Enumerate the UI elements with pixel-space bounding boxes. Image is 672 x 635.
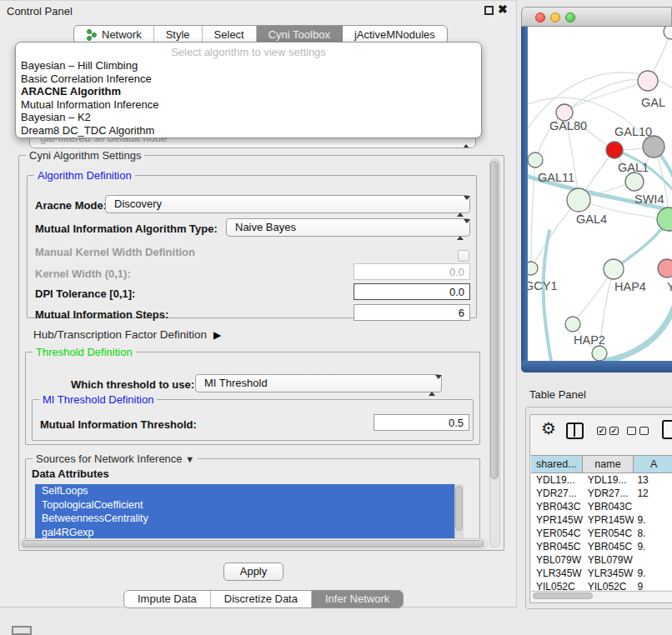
network-node-gal10[interactable]: [643, 136, 664, 158]
table-cell: YLR345W: [583, 567, 634, 580]
table-cell: YDR27...: [583, 487, 634, 500]
network-node-gal4[interactable]: [567, 188, 590, 212]
table-row[interactable]: YIL052CYIL052C9: [531, 580, 672, 590]
mac-minimize-icon[interactable]: [550, 12, 560, 22]
control-panel-title: Control Panel: [7, 5, 73, 18]
mac-zoom-icon[interactable]: [565, 12, 575, 22]
network-canvas[interactable]: GALGAL80GAL10GAL1GAL11GAL4SWI4GCY1HAP4YH…: [528, 27, 672, 361]
attribute-item[interactable]: SelfLoops: [35, 484, 464, 498]
attribute-item[interactable]: BetweennessCentrality: [35, 512, 464, 526]
hub-transcription-factor-toggle[interactable]: Hub/Transcription Factor Definition▶: [33, 328, 221, 341]
application-root: Control Panel ✖ NetworkStyleSelectCyni T…: [0, 0, 672, 635]
tab-infer-network[interactable]: Infer Network: [312, 591, 403, 608]
table-cell: [634, 553, 672, 567]
algorithm-option[interactable]: ARACNE Algorithm: [16, 85, 481, 98]
kernel-width-field[interactable]: 0.0: [354, 263, 470, 280]
algorithm-option[interactable]: Dream8 DC_TDC Algorithm: [16, 124, 481, 138]
network-node[interactable]: [664, 27, 672, 39]
table-row[interactable]: YBL079WYBL079W: [531, 553, 672, 567]
mi-threshold-field[interactable]: 0.5: [374, 414, 469, 431]
table-cell: YBR043C: [583, 500, 634, 513]
table-row[interactable]: YBR043CYBR043C: [531, 500, 672, 513]
network-node-hap4[interactable]: [604, 259, 624, 279]
node-label: SWI4: [634, 192, 664, 206]
algorithm-dropdown-list: Bayesian – Hill ClimbingBasic Correlatio…: [16, 59, 481, 138]
tab-discretize-data[interactable]: Discretize Data: [211, 591, 312, 608]
mac-close-icon[interactable]: [535, 12, 545, 22]
table-row[interactable]: YDL19...YDL19...13: [531, 473, 672, 487]
data-attributes-list[interactable]: SelfLoopsTopologicalCoefficientBetweenne…: [35, 484, 464, 544]
table-row[interactable]: YPR145WYPR145W9.: [531, 513, 672, 527]
network-window-titlebar[interactable]: [521, 7, 672, 27]
table-row[interactable]: YDR27...YDR27...12: [531, 487, 672, 500]
combo-stepper-icon: [429, 378, 436, 389]
network-node[interactable]: [606, 142, 623, 158]
aracne-mode-combo[interactable]: Discovery: [105, 195, 470, 213]
table-row[interactable]: YER054CYER054C8.: [531, 527, 672, 540]
table-cell: 9: [634, 580, 672, 590]
settings-vscrollbar-thumb[interactable]: [490, 161, 499, 479]
control-panel: Control Panel ✖ NetworkStyleSelectCyni T…: [0, 0, 517, 608]
column-header[interactable]: name: [583, 456, 634, 472]
node-label: GCY1: [528, 279, 558, 292]
table-cell: YDL19...: [531, 473, 583, 487]
attribute-item[interactable]: TopologicalCoefficient: [35, 498, 464, 512]
tab-impute-data[interactable]: Impute Data: [124, 591, 211, 608]
tab-network[interactable]: Network: [74, 26, 154, 43]
column-header[interactable]: A: [634, 456, 672, 472]
tab-jactivemnodules[interactable]: jActiveMNodules: [343, 26, 447, 43]
network-node-hap2[interactable]: [565, 317, 580, 332]
select-all-columns-icon[interactable]: ✓✓: [597, 427, 619, 435]
algorithm-option[interactable]: Bayesian – K2: [16, 111, 481, 124]
network-node-gal11[interactable]: [528, 152, 543, 168]
algorithm-option[interactable]: Bayesian – Hill Climbing: [16, 59, 481, 72]
tab-cyni-toolbox[interactable]: Cyni Toolbox: [257, 26, 343, 43]
network-node-gal1[interactable]: [625, 172, 644, 191]
mi-algorithm-type-label: Mutual Information Algorithm Type:: [35, 222, 218, 235]
split-columns-icon[interactable]: [566, 422, 584, 439]
aracne-mode-label: Aracne Mode:: [35, 199, 107, 212]
table-cell: 9.: [634, 567, 672, 580]
gear-icon[interactable]: ⚙: [541, 419, 556, 438]
network-node[interactable]: [592, 346, 607, 361]
minimized-panel-chip[interactable]: [12, 626, 32, 635]
mi-algorithm-type-combo[interactable]: Naive Bayes: [226, 218, 470, 237]
float-window-icon[interactable]: [484, 6, 494, 15]
network-view-window: GALGAL80GAL10GAL1GAL11GAL4SWI4GCY1HAP4YH…: [521, 7, 672, 372]
table-cell: YDL19...: [583, 473, 634, 487]
manual-kernel-width-checkbox[interactable]: [458, 250, 469, 262]
column-header[interactable]: shared...: [531, 456, 583, 472]
close-icon[interactable]: ✖: [498, 2, 508, 16]
tab-style[interactable]: Style: [154, 26, 203, 43]
table-cell: YIL052C: [531, 580, 583, 590]
settings-hscrollbar-thumb[interactable]: [22, 540, 484, 548]
table-row[interactable]: YBR045CYBR045C9.: [531, 540, 672, 553]
function-doc-icon[interactable]: [662, 420, 672, 439]
network-node[interactable]: [657, 208, 672, 231]
tab-label: Network: [102, 28, 142, 41]
which-threshold-combo[interactable]: MI Threshold: [195, 374, 442, 392]
network-node-gal80[interactable]: [556, 104, 573, 121]
table-cell: YDR27...: [531, 487, 583, 500]
attributes-scrollbar-thumb[interactable]: [455, 486, 463, 531]
deselect-all-columns-icon[interactable]: [627, 427, 649, 435]
mi-steps-field[interactable]: 6: [354, 304, 470, 321]
table-hscrollbar-thumb[interactable]: [533, 592, 593, 599]
network-node-y[interactable]: [658, 259, 672, 278]
table-row[interactable]: YLR345WYLR345W9.: [531, 567, 672, 580]
algorithm-option[interactable]: Basic Correlation Inference: [16, 72, 481, 86]
network-node-gal[interactable]: [638, 71, 658, 91]
table-cell: YER054C: [583, 527, 634, 540]
node-label: HAP4: [614, 280, 646, 293]
node-label: GAL11: [538, 171, 574, 184]
algorithm-dropdown-prompt: Select algorithm to view settings: [16, 45, 481, 59]
sources-group-title[interactable]: Sources for Network Inference ▼: [33, 452, 198, 465]
algorithm-option[interactable]: Mutual Information Inference: [16, 98, 481, 112]
apply-button[interactable]: Apply: [223, 562, 283, 581]
mi-threshold-group-title: MI Threshold Definition: [39, 393, 157, 406]
table-cell: YLR345W: [531, 567, 583, 580]
attribute-item[interactable]: gal4RGexp: [35, 526, 464, 540]
network-node-gcy1[interactable]: [528, 262, 538, 275]
dpi-tolerance-field[interactable]: 0.0: [354, 283, 470, 300]
tab-select[interactable]: Select: [203, 26, 257, 43]
